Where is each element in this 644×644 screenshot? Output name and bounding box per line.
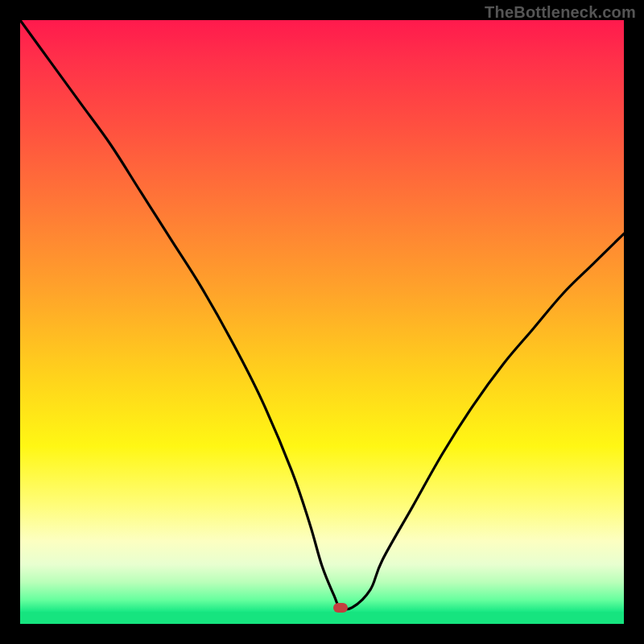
chart-stage: TheBottleneck.com [0, 0, 644, 644]
plot-area [20, 20, 624, 624]
bottleneck-curve [20, 20, 624, 609]
curve-svg [20, 20, 624, 624]
optimal-point-marker [333, 603, 348, 613]
watermark-text: TheBottleneck.com [485, 3, 636, 22]
